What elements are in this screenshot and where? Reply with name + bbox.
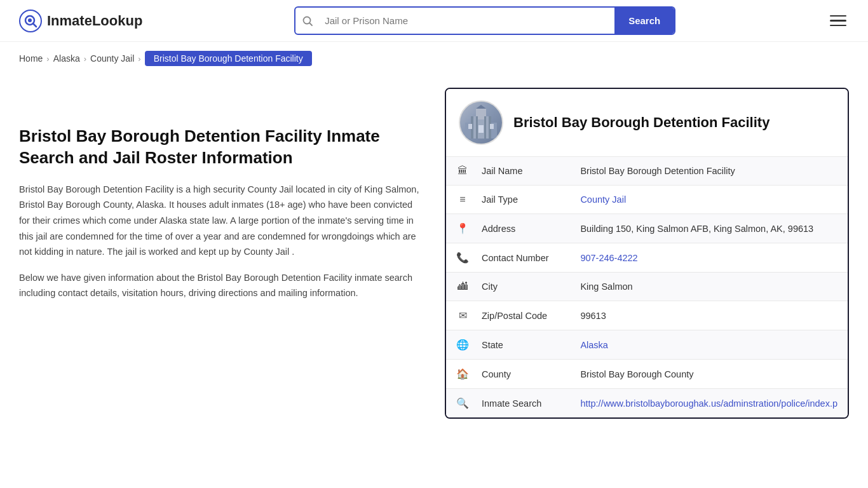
svg-line-4 <box>310 23 313 25</box>
row-value: http://www.bristolbayboroughak.us/admins… <box>570 389 848 418</box>
row-icon: 📍 <box>446 214 471 243</box>
page-heading: Bristol Bay Borough Detention Facility I… <box>19 126 426 169</box>
breadcrumb-sep-2: › <box>84 54 86 64</box>
row-icon: 🏙 <box>446 273 471 301</box>
search-input[interactable] <box>320 9 614 32</box>
info-card: Bristol Bay Borough Detention Facility 🏛… <box>445 88 849 419</box>
breadcrumb-sep-3: › <box>138 54 140 64</box>
table-row: ✉Zip/Postal Code99613 <box>446 301 848 330</box>
row-icon: 📞 <box>446 243 471 273</box>
svg-rect-11 <box>484 116 486 139</box>
row-value-link[interactable]: Alaska <box>580 340 608 350</box>
row-value: 99613 <box>570 301 848 330</box>
table-row: ≡Jail TypeCounty Jail <box>446 186 848 214</box>
row-icon: 🔍 <box>446 389 471 418</box>
search-area: Search <box>294 6 675 35</box>
breadcrumb-county-jail[interactable]: County Jail <box>90 53 134 64</box>
row-value: County Jail <box>570 186 848 214</box>
hamburger-line2 <box>830 20 846 22</box>
breadcrumb: Home › Alaska › County Jail › Bristol Ba… <box>0 42 868 75</box>
breadcrumb-sep-1: › <box>46 54 49 64</box>
row-icon: ≡ <box>446 186 471 214</box>
row-label: Address <box>471 214 570 243</box>
logo-icon <box>19 10 42 32</box>
row-value-link[interactable]: http://www.bristolbayboroughak.us/admins… <box>580 398 837 409</box>
svg-rect-13 <box>468 124 472 129</box>
menu-button[interactable] <box>827 13 849 29</box>
description-1: Bristol Bay Borough Detention Facility i… <box>19 182 426 260</box>
table-row: 🏙CityKing Salmon <box>446 273 848 301</box>
svg-rect-12 <box>478 125 484 133</box>
row-value: Building 150, King Salmon AFB, King Salm… <box>570 214 848 243</box>
table-row: 📍AddressBuilding 150, King Salmon AFB, K… <box>446 214 848 243</box>
row-label: County <box>471 360 570 389</box>
header: InmateLookup Search <box>0 0 868 42</box>
breadcrumb-alaska[interactable]: Alaska <box>53 53 80 64</box>
svg-point-1 <box>28 18 32 22</box>
svg-rect-10 <box>476 116 478 139</box>
table-row: 📞Contact Number907-246-4222 <box>446 243 848 273</box>
row-label: Jail Name <box>471 157 570 186</box>
right-column: Bristol Bay Borough Detention Facility 🏛… <box>445 88 849 419</box>
svg-marker-15 <box>476 105 486 109</box>
search-icon <box>295 10 320 32</box>
row-icon: 🌐 <box>446 330 471 360</box>
row-value: Alaska <box>570 330 848 360</box>
row-value: Bristol Bay Borough County <box>570 360 848 389</box>
row-value: 907-246-4222 <box>570 243 848 273</box>
row-icon: ✉ <box>446 301 471 330</box>
table-row: 🏠CountyBristol Bay Borough County <box>446 360 848 389</box>
hamburger-line1 <box>830 15 846 17</box>
card-title: Bristol Bay Borough Detention Facility <box>513 114 770 131</box>
info-table: 🏛Jail NameBristol Bay Borough Detention … <box>446 156 848 417</box>
row-value-link[interactable]: County Jail <box>580 194 626 205</box>
breadcrumb-current: Bristol Bay Borough Detention Facility <box>145 51 312 66</box>
svg-point-3 <box>304 17 311 24</box>
logo-link[interactable]: InmateLookup <box>19 10 142 32</box>
row-value: Bristol Bay Borough Detention Facility <box>570 157 848 186</box>
row-label: City <box>471 273 570 301</box>
row-label: Jail Type <box>471 186 570 214</box>
table-row: 🔍Inmate Searchhttp://www.bristolbayborou… <box>446 389 848 418</box>
facility-avatar <box>459 100 503 145</box>
svg-line-2 <box>33 24 36 27</box>
left-column: Bristol Bay Borough Detention Facility I… <box>19 88 426 419</box>
table-row: 🏛Jail NameBristol Bay Borough Detention … <box>446 157 848 186</box>
table-row: 🌐StateAlaska <box>446 330 848 360</box>
breadcrumb-home[interactable]: Home <box>19 53 43 64</box>
search-button[interactable]: Search <box>614 8 674 34</box>
row-value-link[interactable]: 907-246-4222 <box>580 253 637 263</box>
search-wrapper: Search <box>294 6 675 35</box>
svg-rect-14 <box>490 124 494 129</box>
hamburger-line3 <box>830 25 846 27</box>
row-value: King Salmon <box>570 273 848 301</box>
card-header: Bristol Bay Borough Detention Facility <box>446 89 848 156</box>
row-icon: 🏠 <box>446 360 471 389</box>
logo-text: InmateLookup <box>47 13 142 29</box>
description-2: Below we have given information about th… <box>19 270 426 301</box>
row-label: State <box>471 330 570 360</box>
facility-avatar-img <box>460 102 502 144</box>
row-icon: 🏛 <box>446 157 471 186</box>
row-label: Contact Number <box>471 243 570 273</box>
main-content: Bristol Bay Borough Detention Facility I… <box>0 75 868 444</box>
row-label: Inmate Search <box>471 389 570 418</box>
row-label: Zip/Postal Code <box>471 301 570 330</box>
